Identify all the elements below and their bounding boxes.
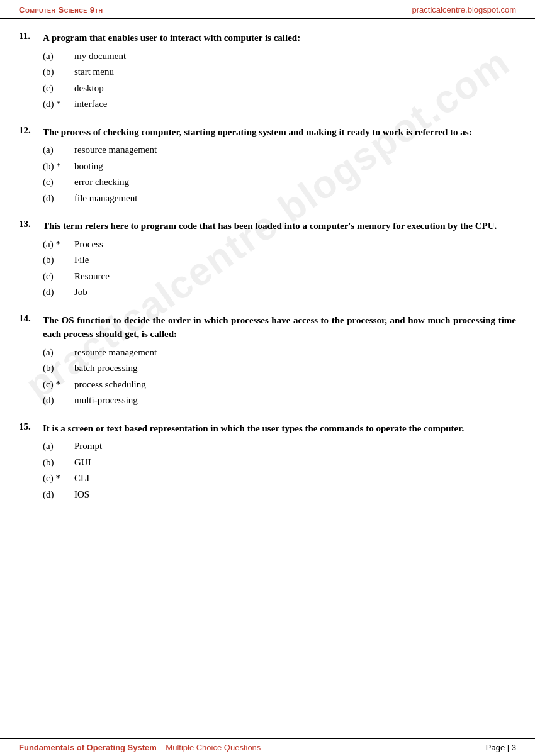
- option-label-13-2: (c): [43, 269, 74, 284]
- option-text-13-0: Process: [74, 237, 103, 252]
- option-label-12-3: (d): [43, 191, 74, 206]
- option-text-12-0: resource management: [74, 143, 157, 157]
- question-15: 15.It is a screen or text based represen…: [19, 421, 516, 502]
- options-container-13: (a) *Process(b)File(c)Resource(d)Job: [43, 237, 516, 299]
- option-text-15-2: CLI: [74, 471, 89, 486]
- page-footer: Fundamentals of Operating System – Multi…: [0, 738, 535, 756]
- option-row-15-2: (c) *CLI: [43, 471, 516, 486]
- option-text-11-3: interface: [74, 97, 107, 111]
- option-text-13-3: Job: [74, 285, 87, 299]
- page-header: Computer Science 9th practicalcentre.blo…: [0, 0, 535, 19]
- option-row-13-3: (d)Job: [43, 285, 516, 299]
- option-row-13-2: (c)Resource: [43, 269, 516, 284]
- option-row-12-3: (d)file management: [43, 191, 516, 206]
- question-text-15: It is a screen or text based representat…: [43, 421, 516, 436]
- option-row-14-2: (c) *process scheduling: [43, 377, 516, 392]
- option-text-11-2: desktop: [74, 81, 104, 96]
- option-text-11-0: my document: [74, 49, 126, 64]
- option-row-14-1: (b)batch processing: [43, 361, 516, 375]
- question-text-12: The process of checking computer, starti…: [43, 125, 516, 140]
- question-row-13: 13.This term refers here to program code…: [19, 219, 516, 233]
- question-12: 12.The process of checking computer, sta…: [19, 125, 516, 206]
- question-number-13: 13.: [19, 219, 43, 230]
- option-text-11-1: start menu: [74, 65, 114, 79]
- question-text-11: A program that enables user to interact …: [43, 31, 516, 45]
- option-text-12-2: error checking: [74, 175, 129, 189]
- option-label-15-1: (b): [43, 455, 74, 470]
- option-text-13-1: File: [74, 253, 89, 267]
- option-label-12-2: (c): [43, 175, 74, 189]
- options-container-11: (a)my document(b)start menu(c)desktop(d)…: [43, 49, 516, 111]
- option-row-14-0: (a)resource management: [43, 345, 516, 360]
- header-website: practicalcentre.blogspot.com: [412, 5, 516, 14]
- question-text-13: This term refers here to program code th…: [43, 219, 516, 233]
- option-label-14-1: (b): [43, 361, 74, 375]
- option-text-14-0: resource management: [74, 345, 157, 360]
- option-label-14-0: (a): [43, 345, 74, 360]
- page-container: Computer Science 9th practicalcentre.blo…: [0, 0, 535, 756]
- option-row-14-3: (d)multi-processing: [43, 393, 516, 408]
- option-text-14-1: batch processing: [74, 361, 137, 375]
- option-label-12-1: (b) *: [43, 159, 74, 174]
- question-row-14: 14.The OS function to decide the order i…: [19, 313, 516, 342]
- option-label-11-1: (b): [43, 65, 74, 79]
- option-text-14-3: multi-processing: [74, 393, 138, 408]
- option-row-11-1: (b)start menu: [43, 65, 516, 79]
- header-title: Computer Science 9th: [19, 5, 103, 14]
- question-row-12: 12.The process of checking computer, sta…: [19, 125, 516, 140]
- question-13: 13.This term refers here to program code…: [19, 219, 516, 299]
- question-row-11: 11.A program that enables user to intera…: [19, 31, 516, 45]
- footer-subject-normal: – Multiple Choice Questions: [157, 743, 261, 752]
- question-number-12: 12.: [19, 125, 43, 136]
- question-11: 11.A program that enables user to intera…: [19, 31, 516, 111]
- option-label-11-3: (d) *: [43, 97, 74, 111]
- option-label-15-0: (a): [43, 439, 74, 453]
- option-row-11-0: (a)my document: [43, 49, 516, 64]
- option-text-12-3: file management: [74, 191, 137, 206]
- option-row-15-3: (d)IOS: [43, 487, 516, 502]
- option-row-13-1: (b)File: [43, 253, 516, 267]
- question-14: 14.The OS function to decide the order i…: [19, 313, 516, 408]
- footer-subject-bold: Fundamentals of Operating System: [19, 743, 157, 752]
- option-row-12-1: (b) *booting: [43, 159, 516, 174]
- content-area: 11.A program that enables user to intera…: [0, 19, 535, 553]
- option-label-15-2: (c) *: [43, 471, 74, 486]
- option-label-13-1: (b): [43, 253, 74, 267]
- option-label-11-0: (a): [43, 49, 74, 64]
- question-number-14: 14.: [19, 313, 43, 324]
- option-row-12-2: (c)error checking: [43, 175, 516, 189]
- option-label-12-0: (a): [43, 143, 74, 157]
- option-label-11-2: (c): [43, 81, 74, 96]
- option-label-13-0: (a) *: [43, 237, 74, 252]
- option-row-11-3: (d) *interface: [43, 97, 516, 111]
- options-container-12: (a)resource management(b) *booting(c)err…: [43, 143, 516, 205]
- option-row-11-2: (c)desktop: [43, 81, 516, 96]
- option-row-15-1: (b)GUI: [43, 455, 516, 470]
- question-row-15: 15.It is a screen or text based represen…: [19, 421, 516, 436]
- option-row-15-0: (a)Prompt: [43, 439, 516, 453]
- footer-page: Page | 3: [486, 743, 516, 752]
- option-text-14-2: process scheduling: [74, 377, 146, 392]
- option-text-12-1: booting: [74, 159, 103, 174]
- option-label-14-3: (d): [43, 393, 74, 408]
- option-label-15-3: (d): [43, 487, 74, 502]
- option-text-13-2: Resource: [74, 269, 110, 284]
- question-number-15: 15.: [19, 421, 43, 432]
- question-number-11: 11.: [19, 31, 43, 42]
- option-label-13-3: (d): [43, 285, 74, 299]
- options-container-14: (a)resource management(b)batch processin…: [43, 345, 516, 408]
- option-text-15-0: Prompt: [74, 439, 102, 453]
- footer-subject: Fundamentals of Operating System – Multi…: [19, 743, 261, 752]
- option-label-14-2: (c) *: [43, 377, 74, 392]
- option-text-15-1: GUI: [74, 455, 91, 470]
- options-container-15: (a)Prompt(b)GUI(c) *CLI(d)IOS: [43, 439, 516, 501]
- option-row-13-0: (a) *Process: [43, 237, 516, 252]
- question-text-14: The OS function to decide the order in w…: [43, 313, 516, 342]
- option-row-12-0: (a)resource management: [43, 143, 516, 157]
- option-text-15-3: IOS: [74, 487, 89, 502]
